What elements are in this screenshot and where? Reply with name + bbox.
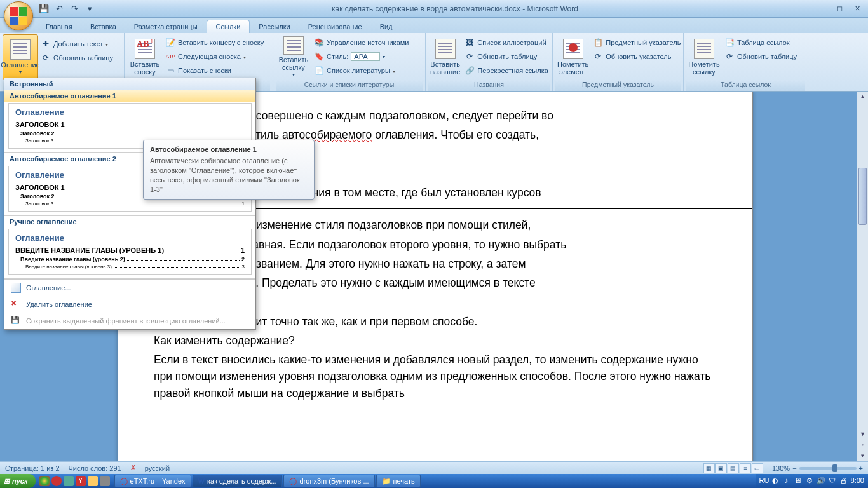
tray-lang[interactable]: RU xyxy=(759,477,768,485)
save-toc-selection-button: 💾Сохранить выделенный фрагмент в коллекц… xyxy=(4,313,255,329)
zoom-control: 130% − + xyxy=(772,464,863,472)
opera-icon: ◯ xyxy=(289,477,297,485)
task-yandex[interactable]: ◯eTXT.ru – Yandex xyxy=(114,475,191,487)
insert-toc-dialog-button[interactable]: Оглавление... xyxy=(4,280,255,296)
status-bar: Страница: 1 из 2 Число слов: 291 ✗ русск… xyxy=(0,461,868,474)
figures-icon: 🖼 xyxy=(465,37,475,48)
status-word-count[interactable]: Число слов: 291 xyxy=(69,464,121,472)
update-figures-icon: ⟳ xyxy=(465,51,475,62)
tab-mailings[interactable]: Рассылки xyxy=(250,20,299,33)
add-text-button[interactable]: ✚Добавить текст xyxy=(38,37,116,51)
office-button[interactable] xyxy=(4,1,33,30)
tab-home[interactable]: Главная xyxy=(37,20,81,33)
toc-manual-item[interactable]: Ручное оглавление Оглавление ВВЕДИТЕ НАЗ… xyxy=(4,216,255,279)
next-page-icon[interactable]: ▾ xyxy=(857,451,868,461)
windows-logo-icon: ⊞ xyxy=(4,477,10,485)
zoom-slider[interactable] xyxy=(799,467,857,470)
redo-icon[interactable]: ↷ xyxy=(67,2,81,16)
opera-icon: ◯ xyxy=(120,477,128,485)
tab-layout[interactable]: Разметка страницы xyxy=(125,20,207,33)
mark-citation-button[interactable]: Пометить ссылку xyxy=(686,34,722,80)
minimize-button[interactable]: — xyxy=(813,3,830,15)
task-dronx3m[interactable]: ◯dronx3m (Бунчиков ... xyxy=(283,475,374,487)
start-button[interactable]: ⊞пуск xyxy=(0,474,36,488)
scroll-thumb[interactable] xyxy=(858,168,867,225)
tray-icon[interactable]: 🔊 xyxy=(817,477,825,485)
tab-references[interactable]: Ссылки xyxy=(207,20,250,33)
zoom-level[interactable]: 130% xyxy=(772,464,790,472)
tab-review[interactable]: Рецензирование xyxy=(299,20,371,33)
ql-folder-icon[interactable] xyxy=(88,476,98,486)
view-draft-icon[interactable]: ▭ xyxy=(752,463,763,473)
style-icon: 🔖 xyxy=(314,51,324,62)
save-icon[interactable]: 💾 xyxy=(37,2,51,16)
table-of-figures-button[interactable]: 🖼Список иллюстраций xyxy=(462,36,551,50)
group-label-index: Предметный указатель xyxy=(555,81,681,91)
task-word[interactable]: Wкак сделать содерж... xyxy=(193,475,283,487)
ql-app2-icon[interactable] xyxy=(100,476,110,486)
maximize-button[interactable]: ◻ xyxy=(831,3,848,15)
insert-endnote-button[interactable]: 📝Вставить концевую сноску xyxy=(163,36,266,50)
view-web-icon[interactable]: ▤ xyxy=(728,463,739,473)
toc-button-label: Оглавление xyxy=(1,61,39,69)
tray-icon[interactable]: ◐ xyxy=(771,477,780,485)
group-label-citations: Ссылки и списки литературы xyxy=(276,81,423,91)
title-bar: 💾 ↶ ↷ ▾ как сделать содержание в ворде а… xyxy=(0,0,868,18)
update-toa-button[interactable]: ⟳Обновить таблицу xyxy=(722,50,799,64)
toc-icon xyxy=(10,39,31,60)
ql-yandex-icon[interactable]: Y xyxy=(76,476,86,486)
index-icon: 📋 xyxy=(593,37,603,48)
cross-reference-button[interactable]: 🔗Перекрестная ссылка xyxy=(462,64,551,78)
insert-citation-button[interactable]: Вставить ссылку▾ xyxy=(276,34,311,80)
update-index-button[interactable]: ⟳Обновить указатель xyxy=(590,50,683,64)
ql-opera-icon[interactable] xyxy=(51,476,62,486)
insert-caption-button[interactable]: Вставить название xyxy=(428,34,462,80)
crossref-icon: 🔗 xyxy=(465,65,475,76)
vertical-scrollbar[interactable]: ▲ ▼ ◦ ▾ xyxy=(857,92,868,461)
undo-icon[interactable]: ↶ xyxy=(52,2,66,16)
tray-clock[interactable]: 8:00 xyxy=(851,477,864,485)
close-button[interactable]: ✕ xyxy=(849,3,865,15)
scroll-up-icon[interactable]: ▲ xyxy=(857,92,868,102)
prev-page-icon[interactable]: ◦ xyxy=(857,440,868,451)
status-language[interactable]: русский xyxy=(145,464,170,472)
status-proofing-icon[interactable]: ✗ xyxy=(130,464,136,472)
qat-customize-icon[interactable]: ▾ xyxy=(83,2,97,16)
group-label-captions: Названия xyxy=(428,81,550,91)
zoom-out-button[interactable]: − xyxy=(792,464,796,472)
zoom-in-button[interactable]: + xyxy=(859,464,863,472)
citation-style-select[interactable]: 🔖Стиль: APA▾ xyxy=(311,50,411,64)
insert-footnote-button[interactable]: AB1 Вставить сноску xyxy=(127,34,163,80)
manage-sources-button[interactable]: 📚Управление источниками xyxy=(311,36,411,50)
view-full-screen-icon[interactable]: ▣ xyxy=(715,463,727,473)
endnote-icon: 📝 xyxy=(165,37,175,48)
tab-insert[interactable]: Вставка xyxy=(81,20,125,33)
tray-icon[interactable]: ♪ xyxy=(782,477,791,485)
tray-icon[interactable]: ⚙ xyxy=(805,477,814,485)
tray-icon[interactable]: 🖨 xyxy=(839,477,848,485)
update-toa-icon: ⟳ xyxy=(724,51,735,62)
toc-button[interactable]: Оглавление ▾ xyxy=(3,34,38,80)
status-page[interactable]: Страница: 1 из 2 xyxy=(5,464,60,472)
tray-icon[interactable]: 🛡 xyxy=(828,477,837,485)
scroll-down-icon[interactable]: ▼ xyxy=(857,429,868,440)
show-footnotes-button[interactable]: ▭Показать сноски xyxy=(163,64,266,78)
update-figures-button[interactable]: ⟳Обновить таблицу xyxy=(462,50,551,64)
next-footnote-button[interactable]: AB¹Следующая сноска xyxy=(163,50,266,64)
task-folder[interactable]: 📁печать xyxy=(376,475,421,487)
tab-view[interactable]: Вид xyxy=(371,20,402,33)
tooltip-body: Автоматически собираемое оглавление (с з… xyxy=(150,156,308,194)
bibliography-button[interactable]: 📄Список литературы xyxy=(311,64,411,78)
mark-entry-button[interactable]: Пометить элемент xyxy=(555,34,590,80)
caption-icon xyxy=(435,39,456,59)
insert-index-button[interactable]: 📋Предметный указатель xyxy=(590,36,683,50)
update-toc-button[interactable]: ⟳Обновить таблицу xyxy=(38,51,116,65)
remove-toc-button[interactable]: ✖Удалить оглавление xyxy=(4,296,255,313)
view-print-layout-icon[interactable]: ▦ xyxy=(703,463,715,473)
citation-icon xyxy=(283,36,304,55)
tray-icon[interactable]: 🖥 xyxy=(794,477,803,485)
ql-app-icon[interactable] xyxy=(64,476,74,486)
view-outline-icon[interactable]: ≡ xyxy=(740,463,751,473)
ql-chrome-icon[interactable] xyxy=(39,476,50,486)
insert-toa-button[interactable]: 📑Таблица ссылок xyxy=(722,36,799,50)
